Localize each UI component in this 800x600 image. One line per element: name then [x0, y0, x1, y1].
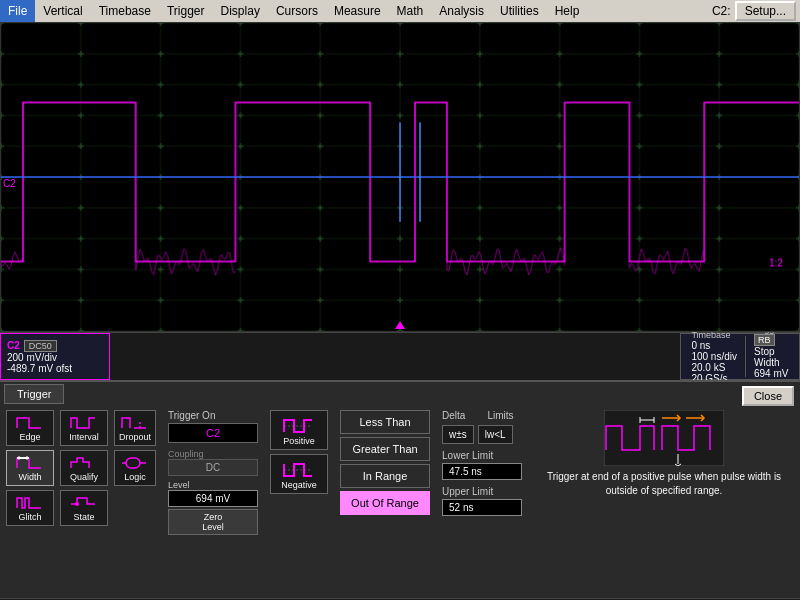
close-button[interactable]: Close — [742, 386, 794, 406]
menu-math[interactable]: Math — [389, 0, 432, 22]
trigger-type-column2: Interval Qualify State — [60, 410, 108, 535]
menu-timebase[interactable]: Timebase — [91, 0, 159, 22]
out-of-range-button[interactable]: Out Of Range — [340, 491, 430, 515]
trigger-panel: Trigger Close Edge Width — [0, 380, 800, 598]
lower-limit-value[interactable]: 47.5 ns — [442, 463, 522, 480]
menu-trigger[interactable]: Trigger — [159, 0, 213, 22]
in-range-button[interactable]: In Range — [340, 464, 430, 488]
trigger-on-label: Trigger On — [168, 410, 258, 421]
menu-display[interactable]: Display — [213, 0, 268, 22]
scope-canvas — [1, 23, 799, 331]
interval-button[interactable]: Interval — [60, 410, 108, 446]
lower-limit-label: Lower Limit — [442, 450, 522, 461]
trigger-type-column3: Dropout Logic — [114, 410, 156, 535]
trigger-info-section: Trigger RB Stop Width 694 mV Positive — [745, 336, 797, 377]
ch2-vdiv: 200 mV/div — [7, 352, 103, 363]
less-than-button[interactable]: Less Than — [340, 410, 430, 434]
sample-rate: 20.0 kS — [691, 362, 737, 373]
scope-display — [0, 22, 800, 332]
menu-analysis[interactable]: Analysis — [431, 0, 492, 22]
trigger-type-column: Edge Width Glitch — [6, 410, 54, 535]
coupling-value: DC — [168, 459, 258, 476]
limits-label: Limits — [487, 410, 513, 421]
ch2-label: C2 — [7, 340, 20, 351]
svg-rect-6 — [126, 458, 140, 468]
positive-label: Positive — [283, 436, 315, 446]
edge-button[interactable]: Edge — [6, 410, 54, 446]
ch2-offset: -489.7 mV ofst — [7, 363, 103, 374]
ns-per-div: 100 ns/div — [691, 351, 737, 362]
dropout-button[interactable]: Dropout — [114, 410, 156, 446]
qualify-button[interactable]: Qualify — [60, 450, 108, 486]
logic-button[interactable]: Logic — [114, 450, 156, 486]
menu-bar: File Vertical Timebase Trigger Display C… — [0, 0, 800, 22]
pulse-diagram — [604, 410, 724, 466]
c2-label: C2: — [712, 4, 731, 18]
desc-icon-row — [534, 410, 794, 466]
description-column: Trigger at end of a positive pulse when … — [534, 410, 794, 535]
level-value[interactable]: 694 mV — [168, 490, 258, 507]
upper-limit-label: Upper Limit — [442, 486, 522, 497]
negative-button[interactable]: Negative — [270, 454, 328, 494]
ch2-badge: DC50 — [24, 340, 57, 352]
trigger-content: Edge Width Glitch — [0, 406, 800, 539]
c2-indicator: C2: Setup... — [712, 1, 800, 21]
timebase-section: Timebase 0 ns 100 ns/div 20.0 kS 20 GS/s — [683, 336, 745, 377]
menu-file[interactable]: File — [0, 0, 35, 22]
setup-button[interactable]: Setup... — [735, 1, 796, 21]
channel2-block: C2 DC50 200 mV/div -489.7 mV ofst — [0, 333, 110, 380]
polarity-column: Positive Negative — [270, 410, 328, 535]
trig-badge: RB — [754, 334, 775, 346]
delta-label: Delta — [442, 410, 465, 421]
trig-width: Width — [754, 357, 789, 368]
zero-level-button[interactable]: Zero Level — [168, 509, 258, 535]
description-text: Trigger at end of a positive pulse when … — [534, 470, 794, 498]
trig-stop: Stop — [754, 346, 789, 357]
menu-measure[interactable]: Measure — [326, 0, 389, 22]
upper-limit-value[interactable]: 52 ns — [442, 499, 522, 516]
state-button[interactable]: State — [60, 490, 108, 526]
trigger-on-value[interactable]: C2 — [168, 423, 258, 443]
delta-limits-column: Delta Limits w±s lw<L Lower Limit 47.5 n… — [442, 410, 522, 535]
glitch-button[interactable]: Glitch — [6, 490, 54, 526]
greater-than-button[interactable]: Greater Than — [340, 437, 430, 461]
timebase-block: Timebase 0 ns 100 ns/div 20.0 kS 20 GS/s… — [680, 333, 800, 380]
comparison-column: Less Than Greater Than In Range Out Of R… — [340, 410, 430, 535]
w-plus-s-button[interactable]: w±s — [442, 425, 474, 444]
coupling-label: Coupling — [168, 449, 258, 459]
menu-vertical[interactable]: Vertical — [35, 0, 90, 22]
level-label: Level — [168, 480, 258, 490]
channel-info: C2 DC50 200 mV/div -489.7 mV ofst Timeba… — [0, 332, 800, 380]
menu-cursors[interactable]: Cursors — [268, 0, 326, 22]
trigger-tab[interactable]: Trigger — [4, 384, 64, 404]
menu-utilities[interactable]: Utilities — [492, 0, 547, 22]
timebase-val: 0 ns — [691, 340, 737, 351]
svg-point-3 — [75, 502, 79, 506]
negative-label: Negative — [281, 480, 317, 490]
positive-button[interactable]: Positive — [270, 410, 328, 450]
trig-level: 694 mV — [754, 368, 789, 379]
trigger-on-column: Trigger On C2 Coupling DC Level 694 mV Z… — [168, 410, 258, 535]
menu-help[interactable]: Help — [547, 0, 588, 22]
lw-lt-button[interactable]: lw<L — [478, 425, 513, 444]
width-button[interactable]: Width — [6, 450, 54, 486]
